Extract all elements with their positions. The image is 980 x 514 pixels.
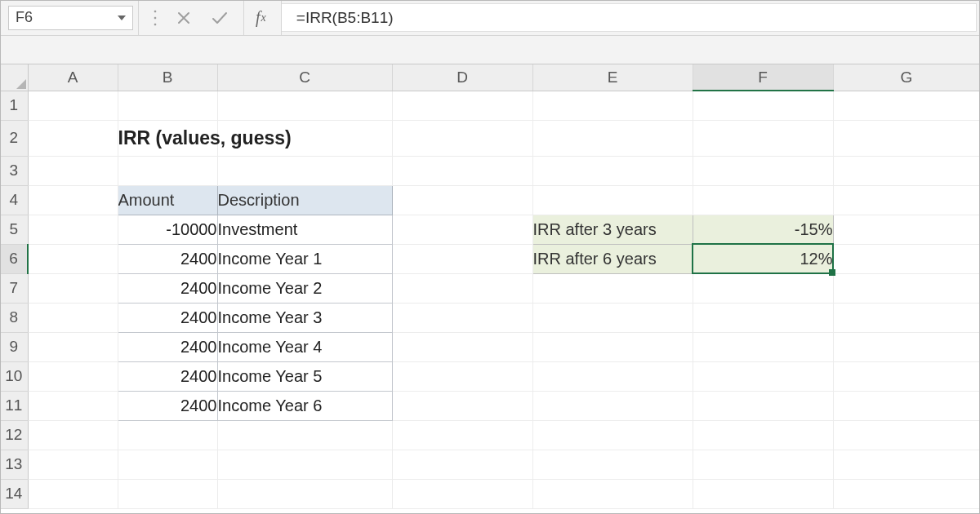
cell-D11[interactable] xyxy=(392,391,532,420)
cell-A7[interactable] xyxy=(28,273,118,303)
cell-D5[interactable] xyxy=(392,215,532,244)
cell-C1[interactable] xyxy=(217,91,392,120)
rowhdr-13[interactable]: 13 xyxy=(0,450,28,479)
cell-E4[interactable] xyxy=(532,185,693,215)
cell-B6[interactable]: 2400 xyxy=(118,244,217,273)
cell-B13[interactable] xyxy=(118,450,217,479)
cell-C10[interactable]: Income Year 5 xyxy=(217,361,392,391)
cell-D4[interactable] xyxy=(392,185,532,215)
cell-A5[interactable] xyxy=(28,215,118,244)
cell-D2[interactable] xyxy=(392,120,532,156)
cell-B4[interactable]: Amount xyxy=(118,185,217,215)
cell-A4[interactable] xyxy=(28,185,118,215)
cell-B12[interactable] xyxy=(118,420,217,450)
cell-D7[interactable] xyxy=(392,273,532,303)
rowhdr-6[interactable]: 6 xyxy=(0,244,28,273)
rowhdr-14[interactable]: 14 xyxy=(0,479,28,508)
cell-C3[interactable] xyxy=(217,156,392,185)
cell-D13[interactable] xyxy=(392,450,532,479)
cell-C11[interactable]: Income Year 6 xyxy=(217,391,392,420)
cell-F6[interactable]: 12% xyxy=(693,244,833,273)
cell-E12[interactable] xyxy=(532,420,693,450)
rowhdr-12[interactable]: 12 xyxy=(0,420,28,450)
cell-A13[interactable] xyxy=(28,450,118,479)
cell-G3[interactable] xyxy=(833,156,980,185)
colhdr-G[interactable]: G xyxy=(833,64,980,91)
enter-icon[interactable] xyxy=(211,11,229,25)
cell-E5[interactable]: IRR after 3 years xyxy=(532,215,693,244)
rowhdr-4[interactable]: 4 xyxy=(0,185,28,215)
cell-B2[interactable]: IRR (values, guess) xyxy=(118,120,217,156)
cell-A9[interactable] xyxy=(28,332,118,361)
cell-C8[interactable]: Income Year 3 xyxy=(217,303,392,332)
cell-G14[interactable] xyxy=(833,479,980,508)
cell-G4[interactable] xyxy=(833,185,980,215)
cell-G5[interactable] xyxy=(833,215,980,244)
rowhdr-3[interactable]: 3 xyxy=(0,156,28,185)
cell-G10[interactable] xyxy=(833,361,980,391)
cell-B8[interactable]: 2400 xyxy=(118,303,217,332)
cell-D3[interactable] xyxy=(392,156,532,185)
cell-F8[interactable] xyxy=(693,303,833,332)
cell-D14[interactable] xyxy=(392,479,532,508)
cell-D6[interactable] xyxy=(392,244,532,273)
cell-A14[interactable] xyxy=(28,479,118,508)
colhdr-E[interactable]: E xyxy=(532,64,693,91)
cell-A2[interactable] xyxy=(28,120,118,156)
cell-B5[interactable]: -10000 xyxy=(118,215,217,244)
cell-C5[interactable]: Investment xyxy=(217,215,392,244)
cell-A11[interactable] xyxy=(28,391,118,420)
cell-F7[interactable] xyxy=(693,273,833,303)
cell-A3[interactable] xyxy=(28,156,118,185)
cell-G1[interactable] xyxy=(833,91,980,120)
cell-C12[interactable] xyxy=(217,420,392,450)
cancel-icon[interactable] xyxy=(176,11,191,25)
cell-E6[interactable]: IRR after 6 years xyxy=(532,244,693,273)
colhdr-D[interactable]: D xyxy=(392,64,532,91)
cell-F5[interactable]: -15% xyxy=(693,215,833,244)
cell-F9[interactable] xyxy=(693,332,833,361)
rowhdr-2[interactable]: 2 xyxy=(0,120,28,156)
rowhdr-7[interactable]: 7 xyxy=(0,273,28,303)
cell-B7[interactable]: 2400 xyxy=(118,273,217,303)
cell-G12[interactable] xyxy=(833,420,980,450)
cell-E11[interactable] xyxy=(532,391,693,420)
cell-A12[interactable] xyxy=(28,420,118,450)
worksheet[interactable]: A B C D E F G 1 2 IRR (values, guess) xyxy=(0,64,980,509)
cell-E10[interactable] xyxy=(532,361,693,391)
cell-G7[interactable] xyxy=(833,273,980,303)
cell-B11[interactable]: 2400 xyxy=(118,391,217,420)
fx-icon[interactable]: fx xyxy=(244,0,282,35)
rowhdr-11[interactable]: 11 xyxy=(0,391,28,420)
cell-F3[interactable] xyxy=(693,156,833,185)
cell-B3[interactable] xyxy=(118,156,217,185)
cell-A8[interactable] xyxy=(28,303,118,332)
cell-D8[interactable] xyxy=(392,303,532,332)
cell-E2[interactable] xyxy=(532,120,693,156)
cell-C7[interactable]: Income Year 2 xyxy=(217,273,392,303)
cell-A10[interactable] xyxy=(28,361,118,391)
cell-E7[interactable] xyxy=(532,273,693,303)
cell-E1[interactable] xyxy=(532,91,693,120)
cell-D1[interactable] xyxy=(392,91,532,120)
cell-F14[interactable] xyxy=(693,479,833,508)
cell-F12[interactable] xyxy=(693,420,833,450)
cell-G2[interactable] xyxy=(833,120,980,156)
colhdr-B[interactable]: B xyxy=(118,64,217,91)
cell-G11[interactable] xyxy=(833,391,980,420)
cell-A6[interactable] xyxy=(28,244,118,273)
cell-E14[interactable] xyxy=(532,479,693,508)
cell-F4[interactable] xyxy=(693,185,833,215)
name-box[interactable]: F6 xyxy=(8,6,133,30)
cell-D10[interactable] xyxy=(392,361,532,391)
cell-B9[interactable]: 2400 xyxy=(118,332,217,361)
cell-B10[interactable]: 2400 xyxy=(118,361,217,391)
colhdr-F[interactable]: F xyxy=(693,64,833,91)
cell-F2[interactable] xyxy=(693,120,833,156)
cell-E8[interactable] xyxy=(532,303,693,332)
cell-G8[interactable] xyxy=(833,303,980,332)
rowhdr-1[interactable]: 1 xyxy=(0,91,28,120)
cell-F11[interactable] xyxy=(693,391,833,420)
cell-F1[interactable] xyxy=(693,91,833,120)
cell-G9[interactable] xyxy=(833,332,980,361)
